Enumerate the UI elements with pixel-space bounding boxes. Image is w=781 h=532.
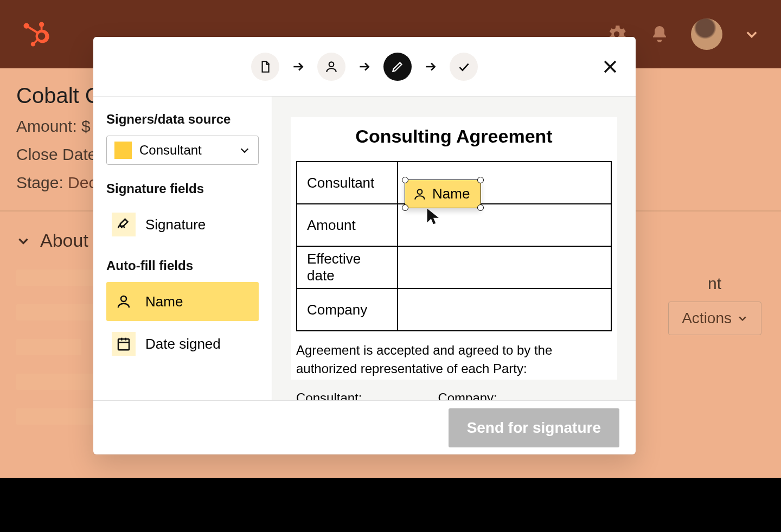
field-date-signed-label: Date signed bbox=[145, 336, 221, 352]
section-signers-title: Signers/data source bbox=[106, 112, 259, 127]
table-row: Amount bbox=[297, 204, 611, 246]
cursor-icon bbox=[424, 207, 443, 226]
signer-selected-label: Consultant bbox=[139, 143, 231, 158]
step-signer[interactable] bbox=[317, 53, 345, 81]
arrow-right-icon bbox=[424, 60, 438, 74]
arrow-right-icon bbox=[357, 60, 372, 74]
partial-label: nt bbox=[708, 274, 721, 293]
actions-button[interactable]: Actions bbox=[668, 302, 761, 335]
signer-color-swatch bbox=[114, 142, 132, 159]
stepper bbox=[251, 53, 478, 81]
close-button[interactable] bbox=[601, 57, 619, 76]
consultant-sig-label: Consultant: bbox=[296, 390, 362, 400]
document-preview[interactable]: Consulting Agreement Consultant Amount E… bbox=[272, 97, 636, 400]
step-done[interactable] bbox=[450, 53, 478, 81]
person-icon bbox=[112, 290, 136, 313]
chevron-down-icon bbox=[239, 144, 251, 156]
field-signature[interactable]: Signature bbox=[106, 205, 259, 244]
svg-point-1 bbox=[329, 62, 334, 67]
arrow-right-icon bbox=[291, 60, 305, 74]
agreement-paragraph: Agreement is accepted and agreed to by t… bbox=[296, 341, 612, 377]
placed-field-label: Name bbox=[432, 185, 470, 202]
svg-rect-7 bbox=[118, 339, 129, 350]
account-menu-chevron-icon[interactable] bbox=[744, 27, 759, 42]
esign-modal: Signers/data source Consultant Signature… bbox=[93, 37, 636, 454]
modal-footer: Send for signature bbox=[93, 400, 636, 454]
company-sig-label: Company: bbox=[438, 390, 497, 400]
close-icon bbox=[601, 57, 619, 76]
signature-row: Consultant: Company: bbox=[296, 390, 612, 400]
field-date-signed[interactable]: Date signed bbox=[106, 324, 259, 363]
person-icon bbox=[413, 187, 427, 201]
hubspot-logo-icon bbox=[20, 19, 50, 49]
field-name[interactable]: Name bbox=[106, 282, 259, 321]
resize-handle[interactable] bbox=[402, 204, 408, 211]
placed-field-name[interactable]: Name bbox=[405, 180, 481, 208]
bottom-bar bbox=[0, 478, 781, 532]
pencil-icon bbox=[390, 60, 405, 74]
notification-icon[interactable] bbox=[650, 24, 669, 44]
step-edit[interactable] bbox=[383, 53, 412, 81]
section-autofill-title: Auto-fill fields bbox=[106, 258, 259, 273]
fields-sidebar: Signers/data source Consultant Signature… bbox=[93, 97, 272, 400]
field-signature-label: Signature bbox=[145, 216, 206, 233]
signer-select[interactable]: Consultant bbox=[106, 136, 259, 165]
chevron-down-icon bbox=[16, 234, 30, 248]
send-for-signature-button[interactable]: Send for signature bbox=[449, 408, 619, 447]
about-label: About bbox=[40, 230, 88, 251]
skeleton-bar bbox=[16, 339, 81, 355]
table-row: Effective date bbox=[297, 246, 611, 289]
document-icon bbox=[258, 60, 272, 74]
check-icon bbox=[457, 60, 471, 74]
step-document[interactable] bbox=[251, 53, 279, 81]
calendar-icon bbox=[112, 332, 136, 356]
svg-point-6 bbox=[121, 296, 126, 302]
modal-header bbox=[93, 37, 636, 97]
svg-point-11 bbox=[418, 189, 422, 194]
resize-handle[interactable] bbox=[402, 177, 408, 183]
table-row: Company bbox=[297, 289, 611, 331]
document-title: Consulting Agreement bbox=[296, 117, 612, 161]
section-sigfields-title: Signature fields bbox=[106, 181, 259, 196]
chevron-down-icon bbox=[737, 313, 748, 324]
signature-icon bbox=[112, 213, 136, 236]
avatar[interactable] bbox=[691, 18, 722, 50]
person-icon bbox=[324, 60, 338, 74]
field-name-label: Name bbox=[145, 293, 183, 310]
